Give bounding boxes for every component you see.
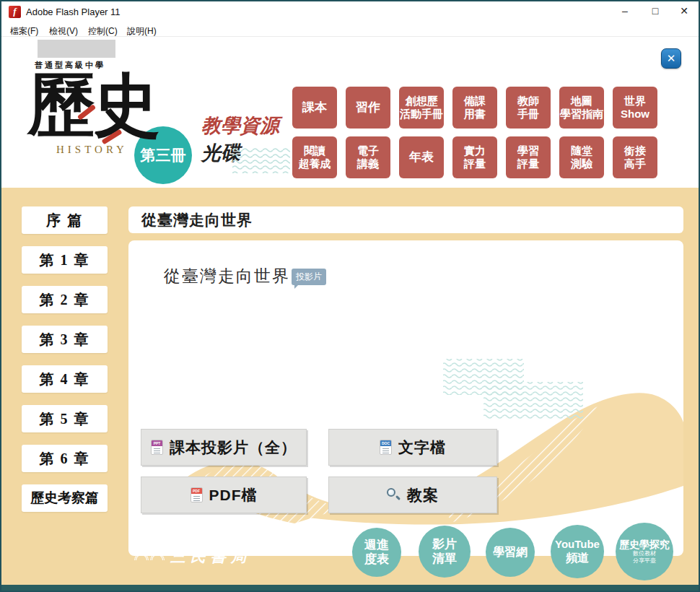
magnifier-icon (387, 488, 401, 502)
youtube-channel-circle[interactable]: YouTube 頻道 (551, 525, 604, 578)
minimize-button[interactable]: – (611, 1, 639, 22)
app-close-button[interactable]: ✕ (661, 48, 681, 69)
nav-world-show-button[interactable]: 世界Show (613, 87, 657, 129)
menu-help[interactable]: 說明(H) (124, 24, 159, 39)
slides-all-button[interactable]: PPT 課本投影片（全） (141, 429, 307, 466)
history-inquiry-circle[interactable]: 歷史學探究 數位教材 分享平臺 (616, 523, 673, 580)
nav-learning-assessment-button[interactable]: 學習評量 (506, 136, 551, 178)
menu-control[interactable]: 控制(C) (85, 24, 121, 39)
learning-site-circle[interactable]: 學習網 (486, 528, 535, 577)
teaching-resource-label: 教學資源 (201, 113, 279, 139)
slides-tag: 投影片 (292, 269, 326, 285)
sidebar-item-fieldwork[interactable]: 歷史考察篇 (22, 484, 108, 512)
publisher-name: 三民書局 (170, 547, 251, 567)
nav-quiz-button[interactable]: 隨堂測驗 (559, 136, 604, 178)
sidebar-item-chapter4[interactable]: 第 4 章 (22, 365, 108, 393)
flash-logo-icon: f (9, 6, 21, 18)
publisher-placeholder-box (38, 40, 115, 58)
menu-view[interactable]: 檢視(V) (46, 24, 81, 39)
nav-electure-button[interactable]: 電子講義 (346, 136, 390, 178)
text-file-button[interactable]: DOC 文字檔 (328, 429, 497, 466)
nav-bridge-button[interactable]: 銜接高手 (613, 136, 657, 178)
nav-activity-book-button[interactable]: 創想歷活動手冊 (399, 87, 444, 129)
sidebar-item-chapter2[interactable]: 第 2 章 (22, 286, 108, 313)
nav-map-guide-button[interactable]: 地圖學習指南 (559, 87, 604, 129)
nav-textbook-button[interactable]: 課本 (292, 87, 337, 129)
nav-lesson-prep-button[interactable]: 備課用書 (452, 87, 497, 129)
rainbow-arcs-icon (134, 553, 165, 560)
content-panel: 從臺灣走向世界 投影片 PPT 課本投影片（全） DOC 文字檔 PDF (128, 240, 683, 556)
resource-nav-row-1: 課本 習作 創想歷活動手冊 備課用書 教師手冊 地圖學習指南 世界Show (292, 87, 657, 129)
nav-workbook-button[interactable]: 習作 (346, 87, 390, 129)
close-window-button[interactable]: ✕ (670, 1, 699, 22)
wave-decoration (232, 147, 290, 173)
video-list-circle[interactable]: 影片 清單 (419, 526, 471, 578)
lesson-title: 從臺灣走向世界 (164, 265, 290, 287)
pdf-file-icon: PDF (191, 487, 203, 502)
section-title: 從臺灣走向世界 (141, 210, 253, 230)
flash-player-window: f Adobe Flash Player 11 – □ ✕ 檔案(F) 檢視(V… (0, 0, 700, 592)
maximize-button[interactable]: □ (641, 1, 670, 22)
title-bar: f Adobe Flash Player 11 – □ ✕ (1, 1, 699, 23)
nav-ability-assessment-button[interactable]: 實力評量 (452, 136, 497, 178)
sidebar-item-chapter6[interactable]: 第 6 章 (22, 445, 108, 472)
header-zone: 普通型高級中學 歷史 HISTORY 第三冊 教學資源 光碟 ✕ 課本 習作 創… (1, 38, 699, 188)
menu-bar: 檔案(F) 檢視(V) 控制(C) 說明(H) (1, 23, 699, 37)
resource-nav-row-2: 閱讀超養成 電子講義 年表 實力評量 學習評量 隨堂測驗 銜接高手 (292, 136, 657, 178)
main-body: 序 篇 第 1 章 第 2 章 第 3 章 第 4 章 第 5 章 第 6 章 … (1, 188, 699, 588)
sidebar-item-chapter3[interactable]: 第 3 章 (22, 326, 108, 353)
doc-file-icon: DOC (380, 440, 392, 455)
window-title: Adobe Flash Player 11 (26, 6, 121, 17)
menu-file[interactable]: 檔案(F) (7, 24, 41, 39)
sidebar-item-intro[interactable]: 序 篇 (22, 206, 108, 234)
history-logo-en: HISTORY (56, 144, 128, 156)
nav-timeline-button[interactable]: 年表 (399, 136, 444, 178)
section-title-bar: 從臺灣走向世界 (128, 206, 683, 233)
nav-reading-button[interactable]: 閱讀超養成 (292, 136, 337, 178)
window-bottom-border (1, 585, 699, 591)
pdf-file-button[interactable]: PDF PDF檔 (141, 476, 307, 513)
nav-teacher-manual-button[interactable]: 教師手冊 (506, 87, 551, 129)
sidebar-item-chapter1[interactable]: 第 1 章 (22, 246, 108, 274)
ppt-file-icon: PPT (151, 440, 163, 455)
sidebar-item-chapter5[interactable]: 第 5 章 (22, 405, 108, 432)
publisher-logo: 三民書局 (134, 547, 251, 567)
lesson-plan-button[interactable]: 教案 (328, 476, 497, 513)
weekly-schedule-circle[interactable]: 週進 度表 (352, 528, 401, 577)
